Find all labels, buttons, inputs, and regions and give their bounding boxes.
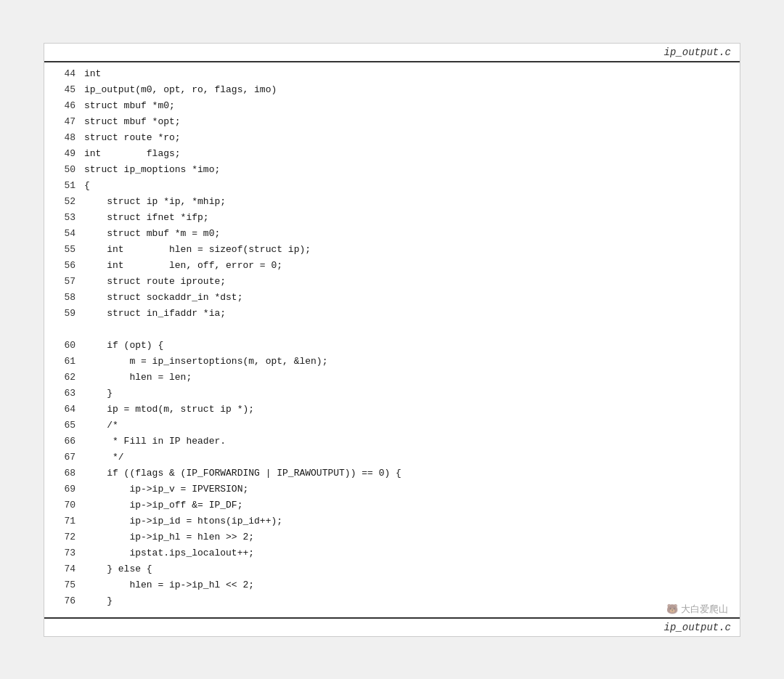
- line-number: 62: [50, 372, 75, 383]
- line-code: struct mbuf *opt;: [84, 116, 181, 127]
- line-number: 44: [50, 68, 75, 79]
- line-code: struct ip_moptions *imo;: [84, 164, 220, 175]
- line-code: struct in_ifaddr *ia;: [84, 308, 226, 319]
- line-code: /*: [84, 420, 118, 431]
- code-line: 63 }: [44, 388, 740, 404]
- code-line: [44, 324, 740, 340]
- line-number: 52: [50, 196, 75, 207]
- line-number: 46: [50, 100, 75, 111]
- line-number: 48: [50, 132, 75, 143]
- code-line: 62 hlen = len;: [44, 372, 740, 388]
- line-code: if ((flags & (IP_FORWARDING | IP_RAWOUTP…: [84, 468, 401, 479]
- line-code: int flags;: [84, 148, 181, 159]
- line-number: 58: [50, 292, 75, 303]
- line-code: hlen = len;: [84, 372, 192, 383]
- code-line: 58 struct sockaddr_in *dst;: [44, 292, 740, 308]
- code-line: 60 if (opt) {: [44, 340, 740, 356]
- code-line: 75 hlen = ip->ip_hl << 2;: [44, 580, 740, 595]
- code-line: 69 ip->ip_v = IPVERSION;: [44, 484, 740, 500]
- line-number: 74: [50, 564, 75, 574]
- line-code: ip->ip_id = htons(ip_id++);: [84, 516, 282, 526]
- code-line: 51{: [44, 180, 740, 196]
- line-number: 72: [50, 532, 75, 542]
- line-number: 67: [50, 452, 75, 463]
- line-number: 68: [50, 468, 75, 479]
- file-title-top: ip_output.c: [664, 46, 731, 58]
- line-code: ip->ip_v = IPVERSION;: [84, 484, 248, 495]
- code-line: 57 struct route iproute;: [44, 276, 740, 292]
- code-body: 44int45ip_output(m0, opt, ro, flags, imo…: [44, 62, 740, 617]
- code-line: 47struct mbuf *opt;: [44, 116, 740, 132]
- line-code: int: [84, 68, 101, 79]
- code-line: 72 ip->ip_hl = hlen >> 2;: [44, 532, 740, 548]
- line-code: {: [84, 180, 90, 191]
- line-code: ip->ip_hl = hlen >> 2;: [84, 532, 254, 542]
- line-code: struct ip *ip, *mhip;: [84, 196, 226, 207]
- line-number: 49: [50, 148, 75, 159]
- line-code: hlen = ip->ip_hl << 2;: [84, 580, 254, 590]
- line-code: ipstat.ips_localout++;: [84, 548, 254, 558]
- line-number: 65: [50, 420, 75, 431]
- code-window: ip_output.c 44int45ip_output(m0, opt, ro…: [44, 43, 740, 637]
- code-line: 48struct route *ro;: [44, 132, 740, 148]
- line-code: struct ifnet *ifp;: [84, 212, 209, 223]
- line-number: 51: [50, 180, 75, 191]
- code-line: 49int flags;: [44, 148, 740, 164]
- code-line: 54 struct mbuf *m = m0;: [44, 228, 740, 244]
- code-line: 66 * Fill in IP header.: [44, 436, 740, 452]
- line-code: */: [84, 452, 124, 463]
- code-line: 74 } else {: [44, 564, 740, 580]
- code-line: 67 */: [44, 452, 740, 468]
- line-code: }: [84, 388, 113, 399]
- line-code: struct mbuf *m0;: [84, 100, 175, 111]
- line-number: 61: [50, 356, 75, 367]
- line-code: struct route iproute;: [84, 276, 226, 287]
- title-bar-bottom: ip_output.c: [44, 617, 740, 636]
- code-line: 73 ipstat.ips_localout++;: [44, 548, 740, 564]
- line-number: 73: [50, 548, 75, 558]
- line-number: 47: [50, 116, 75, 127]
- title-bar-top: ip_output.c: [44, 44, 740, 62]
- line-code: struct route *ro;: [84, 132, 181, 143]
- code-line: 76 }: [44, 595, 740, 611]
- line-number: 59: [50, 308, 75, 319]
- line-number: 45: [50, 84, 75, 95]
- line-code: m = ip_insertoptions(m, opt, &len);: [84, 356, 327, 367]
- line-code: struct sockaddr_in *dst;: [84, 292, 242, 303]
- code-line: 71 ip->ip_id = htons(ip_id++);: [44, 516, 740, 532]
- line-number: 64: [50, 404, 75, 415]
- code-line: 61 m = ip_insertoptions(m, opt, &len);: [44, 356, 740, 372]
- code-line: 64 ip = mtod(m, struct ip *);: [44, 404, 740, 420]
- code-line: 45ip_output(m0, opt, ro, flags, imo): [44, 84, 740, 100]
- file-title-bottom: ip_output.c: [664, 622, 731, 633]
- line-number: 66: [50, 436, 75, 447]
- line-number: 69: [50, 484, 75, 495]
- line-code: if (opt) {: [84, 340, 163, 351]
- line-code: struct mbuf *m = m0;: [84, 228, 220, 239]
- line-number: 50: [50, 164, 75, 175]
- line-code: }: [84, 595, 113, 606]
- line-number: 63: [50, 388, 75, 399]
- line-number: 57: [50, 276, 75, 287]
- line-number: 70: [50, 500, 75, 511]
- line-number: 71: [50, 516, 75, 526]
- code-line: 52 struct ip *ip, *mhip;: [44, 196, 740, 212]
- code-line: 68 if ((flags & (IP_FORWARDING | IP_RAWO…: [44, 468, 740, 484]
- line-number: 54: [50, 228, 75, 239]
- line-code: int len, off, error = 0;: [84, 260, 282, 271]
- line-number: 55: [50, 244, 75, 255]
- code-line: 70 ip->ip_off &= IP_DF;: [44, 500, 740, 516]
- code-line: 50struct ip_moptions *imo;: [44, 164, 740, 180]
- line-number: 56: [50, 260, 75, 271]
- code-line: 56 int len, off, error = 0;: [44, 260, 740, 276]
- line-code: int hlen = sizeof(struct ip);: [84, 244, 311, 255]
- code-line: 44int: [44, 68, 740, 84]
- watermark: 🐻 大白爱爬山: [666, 603, 728, 616]
- line-code: ip_output(m0, opt, ro, flags, imo): [84, 84, 277, 95]
- line-code: * Fill in IP header.: [84, 436, 226, 447]
- code-line: 59 struct in_ifaddr *ia;: [44, 308, 740, 324]
- line-code: ip->ip_off &= IP_DF;: [84, 500, 242, 511]
- line-code: ip = mtod(m, struct ip *);: [84, 404, 254, 415]
- code-line: 55 int hlen = sizeof(struct ip);: [44, 244, 740, 260]
- line-number: 60: [50, 340, 75, 351]
